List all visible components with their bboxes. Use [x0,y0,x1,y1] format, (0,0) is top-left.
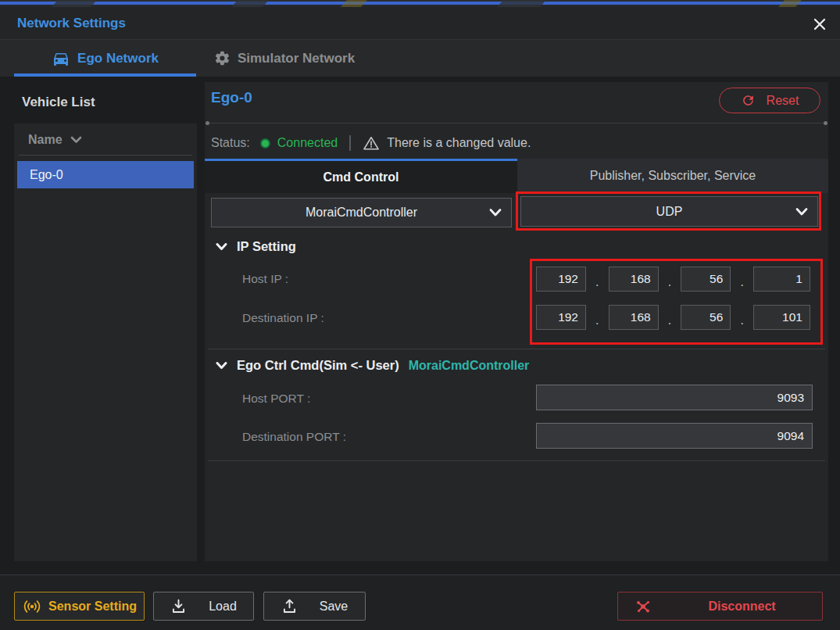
vehicle-list-title: Vehicle List [22,91,95,113]
host-port-label: Host PORT : [242,392,310,406]
ego-settings-panel: Ego-0 Reset Status: Connected There is a… [205,82,828,561]
chevron-down-icon [70,136,82,144]
ego-ctrl-controller-name: MoraiCmdController [409,359,530,373]
ip-setting-section-header[interactable]: IP Setting [216,239,296,254]
sensor-setting-button[interactable]: Sensor Setting [14,592,145,621]
scene-mark [231,0,269,7]
divider-dot [206,121,209,125]
cmd-controller-dropdown[interactable]: MoraiCmdController [211,198,512,227]
scene-mark [778,0,802,7]
close-icon [812,16,827,32]
tab-ego-network-label: Ego Network [77,51,159,66]
dialog-title: Network Settings [17,7,126,40]
tab-simulator-network-label: Simulator Network [238,51,355,66]
status-label: Status: [211,136,250,150]
save-label: Save [320,600,348,614]
destination-ip-label: Destination IP : [242,311,324,325]
status-row: Status: Connected There is a changed val… [211,131,531,155]
octet-separator: . [740,313,743,328]
selected-vehicle-heading: Ego-0 [211,89,252,106]
host-ip-inputs: . . . [536,267,810,292]
vehicle-list-panel: Name Ego-0 [14,123,197,561]
octet-separator: . [668,313,671,328]
list-divider [19,155,192,156]
destination-ip-octet-3[interactable] [681,305,731,330]
reset-button-label: Reset [767,94,799,108]
octet-separator: . [595,275,599,289]
active-tab-underline [14,73,196,77]
network-settings-dialog: Network Settings Ego Network Simulator N… [0,0,840,630]
vehicle-row-label: Ego-0 [30,168,63,182]
main-tabbar: Ego Network Simulator Network [0,40,840,77]
vehicle-list-name-header[interactable]: Name [14,123,197,155]
subtab-pss-label: Publisher, Subscriber, Service [590,169,756,183]
upload-icon [281,598,298,614]
load-label: Load [209,600,237,614]
chevron-down-icon [795,207,808,216]
scene-mark [341,0,367,7]
vehicle-row-ego-0[interactable]: Ego-0 [17,161,194,188]
load-button[interactable]: Load [153,592,254,621]
scene-mark [497,0,546,7]
host-ip-octet-2[interactable] [609,267,659,292]
scene-mark [52,0,97,7]
disconnect-node-icon [634,597,652,616]
status-connected-dot [260,138,270,149]
header-divider [208,123,825,123]
destination-port-label: Destination PORT : [242,430,346,444]
gear-icon [214,50,231,66]
subtab-publisher-subscriber-service[interactable]: Publisher, Subscriber, Service [517,159,828,193]
chevron-down-icon [489,209,502,217]
destination-ip-octet-2[interactable] [609,305,659,330]
protocol-dropdown[interactable]: UDP [520,196,818,227]
subtab-cmd-control-label: Cmd Control [323,170,399,184]
footer-toolbar: Sensor Setting Load Save [0,575,840,630]
ego-ctrl-cmd-title: Ego Ctrl Cmd(Sim <- User) [237,358,399,373]
section-divider [208,460,825,461]
refresh-icon [741,93,756,108]
background-scene-strip [0,0,840,7]
octet-separator: . [668,275,671,289]
host-ip-label: Host IP : [242,272,288,286]
disconnect-label: Disconnect [662,600,822,614]
warning-icon [363,135,380,151]
status-warning-text: There is a changed value. [387,136,531,150]
tab-simulator-network[interactable]: Simulator Network [198,40,370,77]
sensor-setting-label: Sensor Setting [48,600,137,614]
destination-port-input[interactable] [536,423,813,449]
download-icon [170,598,187,614]
host-port-input[interactable] [536,385,813,410]
subtab-cmd-control[interactable]: Cmd Control [205,159,517,193]
cmd-controller-dropdown-value: MoraiCmdController [306,206,417,220]
dialog-titlebar: Network Settings [0,7,840,40]
broadcast-icon [22,600,42,614]
tab-ego-network[interactable]: Ego Network [14,40,196,77]
host-ip-octet-1[interactable] [536,267,586,292]
octet-separator: . [595,313,599,328]
section-divider [208,349,825,349]
octet-separator: . [740,275,743,289]
destination-ip-octet-4[interactable] [753,305,810,330]
status-separator [349,135,351,151]
ip-setting-title: IP Setting [237,239,296,254]
disconnect-button[interactable]: Disconnect [617,592,823,621]
car-icon [52,49,70,68]
chevron-down-icon [216,243,227,251]
destination-ip-inputs: . . . [536,305,810,330]
destination-ip-octet-1[interactable] [536,305,586,330]
save-button[interactable]: Save [263,592,366,621]
ego-ctrl-cmd-section-header[interactable]: Ego Ctrl Cmd(Sim <- User) MoraiCmdContro… [216,358,529,373]
name-column-label: Name [28,133,63,147]
host-ip-octet-4[interactable] [753,267,810,292]
divider-dot [824,121,827,125]
chevron-down-icon [216,362,227,370]
close-button[interactable] [809,13,831,35]
protocol-dropdown-value: UDP [656,205,683,219]
reset-button[interactable]: Reset [719,88,820,113]
host-ip-octet-3[interactable] [681,267,731,292]
status-value: Connected [277,136,338,150]
